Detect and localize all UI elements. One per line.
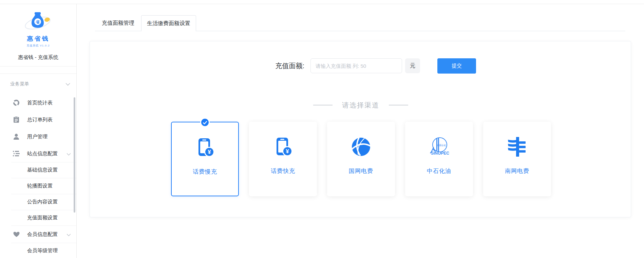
phone-yuan-icon: ¥ (249, 135, 317, 159)
sidebar-subitem-label: 轮播图设置 (27, 183, 53, 189)
sidebar-subitem-carousel[interactable]: 轮播图设置 (0, 178, 76, 194)
main-content: 充值面额管理 生活缴费面额设置 充值面额: 元 提交 请选择渠道 (77, 4, 644, 258)
svg-text:SINOPEC: SINOPEC (431, 151, 449, 156)
sidebar-item-site-config[interactable]: 站点信息配置 (0, 145, 76, 162)
sidebar-item-home-stats[interactable]: 首页统计表 (0, 94, 76, 111)
tab-life-payment-denomination[interactable]: 生活缴费面额设置 (141, 15, 196, 31)
sidebar-item-label: 总订单列表 (27, 117, 53, 123)
channel-card-southern-grid[interactable]: 南网电费 (483, 122, 551, 196)
sidebar-subitem-label: 公告内容设置 (27, 199, 58, 205)
selected-check-icon (200, 118, 210, 127)
globe-icon (327, 135, 395, 159)
recharge-amount-label: 充值面额: (266, 58, 304, 73)
site-config-icon (13, 150, 20, 157)
sidebar-subitem-announcement[interactable]: 公告内容设置 (0, 194, 76, 210)
sidebar-subitem-label: 会员等级管理 (27, 247, 58, 254)
channel-label: 国网电费 (327, 167, 395, 175)
chevron-down-icon (67, 151, 71, 157)
sidebar-divider (0, 66, 76, 66)
chevron-down-icon (65, 81, 70, 87)
tab-bar: 充值面额管理 生活缴费面额设置 (95, 15, 625, 31)
recharge-amount-input[interactable] (310, 58, 402, 73)
channel-card-sinopec[interactable]: 中国石化SINOPEC 中石化油 (405, 122, 473, 196)
sidebar-subitem-label: 充值面额设置 (27, 215, 58, 221)
logo-name: 惠省钱 (0, 35, 76, 43)
sidebar-item-orders[interactable]: 总订单列表 (0, 111, 76, 128)
sidebar-item-member-config[interactable]: 会员信息配置 (0, 226, 76, 243)
user-icon (13, 133, 20, 140)
order-list-icon (13, 116, 20, 123)
sidebar-item-label: 会员信息配置 (27, 231, 58, 238)
logo-tagline: 充值系统 V1.0.2 (0, 44, 76, 47)
svg-text:省: 省 (36, 20, 40, 24)
channel-card-phone-slow[interactable]: ¥ 话费慢充 (171, 122, 239, 196)
app-logo: 省 惠省钱 充值系统 V1.0.2 (0, 10, 76, 47)
sidebar-item-label: 站点信息配置 (27, 151, 58, 157)
svg-text:¥: ¥ (286, 148, 289, 155)
sidebar-subitem-denomination[interactable]: 充值面额设置 (0, 210, 76, 226)
pie-chart-icon (13, 99, 20, 106)
chevron-down-icon (67, 232, 71, 237)
recharge-admin-page: 省 惠省钱 充值系统 V1.0.2 惠省钱 - 充值系统 业务菜单 首页统计表 (0, 0, 644, 258)
channel-label: 中石化油 (405, 167, 473, 175)
svg-text:中国石化: 中国石化 (436, 144, 446, 146)
southern-grid-icon (483, 135, 551, 159)
sidebar-item-label: 首页统计表 (27, 100, 53, 106)
unit-yuan-label: 元 (405, 58, 420, 73)
sidebar-subitem-basic-info[interactable]: 基础信息设置 (0, 162, 76, 178)
divider-dash (313, 105, 333, 105)
sidebar-item-users[interactable]: 用户管理 (0, 128, 76, 145)
app-title: 惠省钱 - 充值系统 (0, 54, 76, 61)
channel-card-state-grid[interactable]: 国网电费 (327, 122, 395, 196)
phone-yuan-icon: ¥ (172, 135, 238, 160)
svg-text:¥: ¥ (208, 149, 211, 155)
top-strip (0, 0, 644, 4)
sidebar-subitem-member-level[interactable]: 会员等级管理 (0, 243, 76, 258)
channel-divider-title: 请选择渠道 (342, 101, 379, 110)
sidebar-group-business-menu[interactable]: 业务菜单 (0, 74, 76, 94)
channel-label: 话费慢充 (172, 168, 238, 176)
heart-icon (13, 231, 20, 238)
sidebar-scrollbar[interactable] (74, 97, 75, 213)
sidebar: 省 惠省钱 充值系统 V1.0.2 惠省钱 - 充值系统 业务菜单 首页统计表 (0, 4, 77, 258)
money-bag-logo-icon: 省 (23, 10, 53, 33)
divider-dash (389, 105, 408, 105)
denomination-panel: 充值面额: 元 提交 请选择渠道 ¥ 话费慢充 (90, 41, 631, 217)
tab-denomination-management[interactable]: 充值面额管理 (95, 15, 141, 31)
sinopec-icon: 中国石化SINOPEC (405, 135, 473, 159)
sidebar-subitem-label: 基础信息设置 (27, 167, 58, 173)
channel-divider: 请选择渠道 (90, 99, 631, 111)
sidebar-menu: 业务菜单 首页统计表 总订单列表 (0, 74, 76, 258)
sidebar-item-label: 用户管理 (27, 134, 48, 140)
channel-cards: ¥ 话费慢充 ¥ 话费快充 国网电费 (171, 122, 551, 196)
channel-label: 南网电费 (483, 167, 551, 175)
submit-button[interactable]: 提交 (437, 58, 476, 74)
group-label: 业务菜单 (10, 81, 29, 87)
channel-card-phone-fast[interactable]: ¥ 话费快充 (249, 122, 317, 196)
channel-label: 话费快充 (249, 167, 317, 175)
